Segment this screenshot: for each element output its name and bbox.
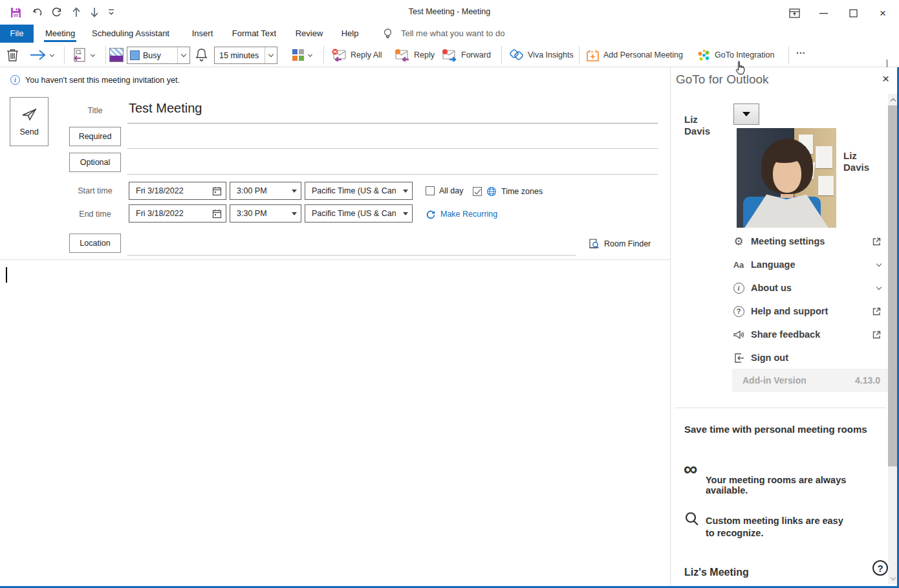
room-finder-icon: [589, 238, 600, 249]
response-options-button[interactable]: [72, 47, 94, 63]
scroll-down-button[interactable]: [888, 572, 898, 584]
chevron-down-icon: [265, 47, 277, 63]
mouse-cursor-hand: [735, 61, 746, 76]
panel-scrollbar[interactable]: [888, 94, 898, 584]
start-time-dropdown[interactable]: 3:00 PM: [230, 182, 301, 200]
start-time-label: Start time: [69, 186, 121, 195]
goto-panel: GoTo for Outlook × Liz Davis Liz Davis: [670, 67, 897, 586]
user-last-name: Davis: [843, 162, 869, 173]
viva-insights-button[interactable]: Viva Insights: [509, 47, 574, 63]
menu-label: Meeting settings: [751, 236, 825, 246]
required-button[interactable]: Required: [69, 127, 121, 146]
close-window-button[interactable]: ×: [873, 5, 893, 21]
meeting-form: i You haven't sent this meeting invitati…: [0, 67, 670, 586]
menu-language[interactable]: Aa Language: [732, 253, 889, 276]
chevron-down-icon: [292, 190, 297, 193]
more-commands-button[interactable]: ...: [796, 45, 806, 56]
tab-insert[interactable]: Insert: [190, 25, 215, 43]
ribbon-toolbar: Busy 15 minutes Reply All Reply Forwar: [0, 43, 899, 67]
globe-icon: [486, 186, 497, 197]
aa-icon: Aa: [732, 258, 745, 271]
chevron-down-icon: [177, 47, 190, 63]
delete-button[interactable]: [6, 47, 19, 63]
outlook-meeting-window: Test Meeting - Meeting × File Meeting Sc…: [0, 0, 899, 588]
end-timezone-dropdown[interactable]: Pacific Time (US & Cana: [305, 204, 413, 223]
all-day-label: All day: [439, 186, 464, 195]
optional-button[interactable]: Optional: [69, 153, 121, 172]
end-time-label: End time: [69, 210, 121, 219]
response-options-icon: [72, 47, 87, 63]
form-body-divider: [0, 259, 670, 260]
scroll-up-button[interactable]: [888, 94, 898, 105]
version-label: Add-in Version: [742, 375, 807, 386]
start-timezone-dropdown[interactable]: Pacific Time (US & Cana: [305, 182, 413, 200]
tab-file[interactable]: File: [0, 25, 34, 43]
user-dropdown-button[interactable]: [733, 103, 759, 125]
categorize-button[interactable]: [292, 47, 312, 63]
menu-share-feedback[interactable]: Share feedback: [732, 323, 889, 346]
show-as-status-icon: [109, 47, 124, 63]
help-bubble-icon[interactable]: ?: [872, 560, 888, 576]
add-personal-meeting-icon: [586, 49, 600, 62]
goto-panel-title: GoTo for Outlook: [676, 72, 769, 87]
reply-button[interactable]: Reply: [395, 47, 435, 63]
menu-meeting-settings[interactable]: ⚙ Meeting settings: [732, 230, 889, 253]
show-as-dropdown[interactable]: Busy: [127, 47, 190, 64]
end-date-input[interactable]: Fri 3/18/2022: [129, 204, 226, 223]
location-button[interactable]: Location: [69, 234, 121, 253]
maximize-button[interactable]: [843, 5, 863, 21]
menu-label: Help and support: [751, 306, 828, 316]
end-time-value: 3:30 PM: [237, 209, 267, 218]
time-zones-checkbox[interactable]: Time zones: [473, 186, 543, 197]
checkbox-unchecked-icon[interactable]: [426, 186, 435, 195]
calendar-picker-icon[interactable]: [212, 186, 222, 196]
room-finder-button[interactable]: Room Finder: [589, 238, 651, 249]
menu-label: Language: [751, 259, 795, 270]
menu-about-us[interactable]: i About us: [732, 276, 889, 299]
menu-help-and-support[interactable]: ? Help and support: [732, 299, 889, 323]
tab-format-text[interactable]: Format Text: [232, 25, 277, 43]
add-personal-meeting-button[interactable]: Add Personal Meeting: [586, 47, 683, 63]
info-circle-icon: i: [732, 281, 745, 294]
chevron-down-icon: [308, 52, 312, 56]
room-finder-label: Room Finder: [604, 239, 651, 248]
forward-label: Forward: [461, 50, 491, 60]
trash-icon: [6, 48, 19, 62]
categorize-icon: [292, 49, 305, 61]
reply-icon: [395, 49, 410, 61]
reply-all-icon: [331, 49, 347, 61]
end-time-dropdown[interactable]: 3:30 PM: [230, 204, 301, 223]
start-date-input[interactable]: Fri 3/18/2022: [129, 182, 226, 200]
tab-help[interactable]: Help: [340, 25, 360, 43]
tab-scheduling-assistant[interactable]: Scheduling Assistant: [89, 25, 173, 43]
promo-item-2: Custom meeting links are easy to recogni…: [706, 515, 854, 539]
make-recurring-link[interactable]: Make Recurring: [426, 209, 497, 219]
user-photo: [737, 128, 836, 228]
minimize-button[interactable]: [814, 5, 833, 21]
checkbox-checked-icon[interactable]: [473, 187, 482, 196]
tab-review[interactable]: Review: [294, 25, 324, 43]
tell-me-box[interactable]: Tell me what you want to do: [401, 25, 504, 43]
title-label: Title: [69, 106, 121, 115]
viva-insights-label: Viva Insights: [528, 50, 574, 60]
goto-daisy-icon: [697, 49, 711, 62]
send-button[interactable]: Send: [10, 97, 49, 146]
reminder-dropdown[interactable]: 15 minutes: [214, 47, 277, 64]
reply-all-button[interactable]: Reply All: [331, 47, 382, 63]
ribbon-display-options-icon[interactable]: [785, 5, 804, 21]
forward-to-button[interactable]: [30, 47, 54, 63]
calendar-picker-icon[interactable]: [212, 209, 222, 219]
close-icon: ×: [880, 8, 886, 19]
chevron-down-icon: [742, 112, 750, 116]
all-day-checkbox[interactable]: All day: [426, 186, 464, 195]
infinity-icon: ∞: [684, 459, 697, 479]
forward-button[interactable]: Forward: [442, 47, 491, 63]
close-panel-button[interactable]: ×: [882, 72, 889, 85]
question-circle-icon: ?: [732, 305, 745, 318]
required-underline: [127, 148, 658, 149]
title-input[interactable]: Test Meeting: [129, 101, 202, 116]
scrollbar-thumb[interactable]: [888, 105, 898, 466]
chevron-down-icon: [50, 52, 54, 56]
title-underline: [127, 123, 658, 124]
menu-sign-out[interactable]: Sign out: [732, 346, 889, 369]
